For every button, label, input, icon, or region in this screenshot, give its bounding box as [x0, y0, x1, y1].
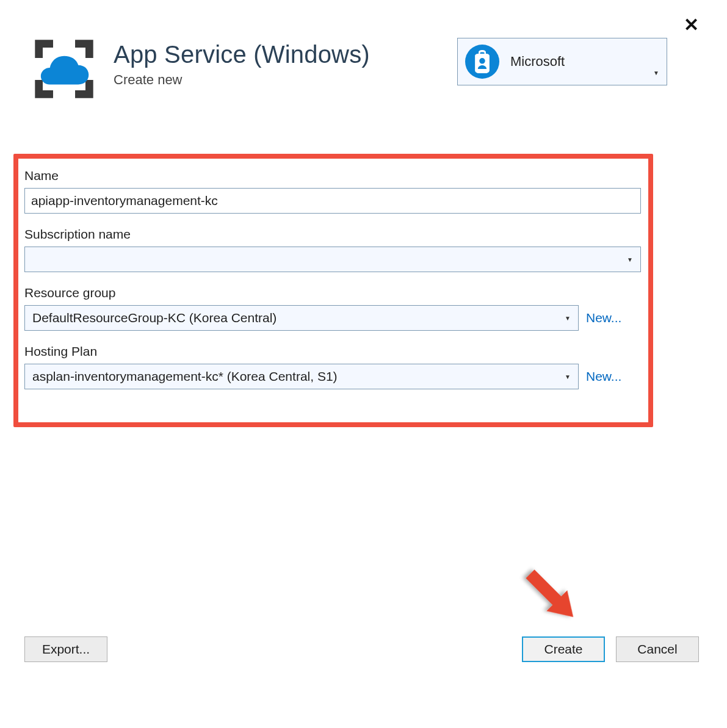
chevron-down-icon: ▼	[627, 256, 633, 263]
hosting-plan-select[interactable]: asplan-inventorymanagement-kc* (Korea Ce…	[24, 364, 579, 389]
chevron-down-icon: ▼	[565, 373, 571, 380]
subscription-label: Subscription name	[24, 227, 641, 242]
export-button[interactable]: Export...	[24, 636, 107, 662]
hosting-plan-new-link[interactable]: New...	[586, 369, 621, 384]
name-input[interactable]	[24, 188, 641, 214]
dialog-header: App Service (Windows) Create new	[32, 37, 370, 101]
name-label: Name	[24, 168, 641, 183]
close-icon[interactable]: ✕	[684, 16, 699, 34]
resource-group-label: Resource group	[24, 286, 641, 300]
cancel-button[interactable]: Cancel	[616, 636, 699, 662]
hosting-plan-value: asplan-inventorymanagement-kc* (Korea Ce…	[32, 369, 338, 384]
resource-group-value: DefaultResourceGroup-KC (Korea Central)	[32, 311, 277, 325]
account-selector[interactable]: Microsoft ▼	[457, 38, 667, 85]
subscription-select[interactable]: ▼	[24, 247, 641, 272]
account-name: Microsoft	[510, 54, 642, 70]
chevron-down-icon: ▼	[653, 70, 659, 76]
create-form: Name Subscription name ▼ Resource group …	[24, 168, 641, 403]
dialog-title: App Service (Windows)	[114, 40, 370, 68]
account-badge-icon	[465, 45, 499, 79]
chevron-down-icon: ▼	[565, 315, 571, 322]
annotation-arrow-icon	[513, 557, 587, 630]
resource-group-new-link[interactable]: New...	[586, 311, 621, 325]
hosting-plan-label: Hosting Plan	[24, 344, 641, 359]
app-service-logo-icon	[32, 37, 96, 101]
create-button[interactable]: Create	[522, 636, 605, 662]
dialog-subtitle: Create new	[114, 72, 370, 88]
resource-group-select[interactable]: DefaultResourceGroup-KC (Korea Central) …	[24, 305, 579, 331]
